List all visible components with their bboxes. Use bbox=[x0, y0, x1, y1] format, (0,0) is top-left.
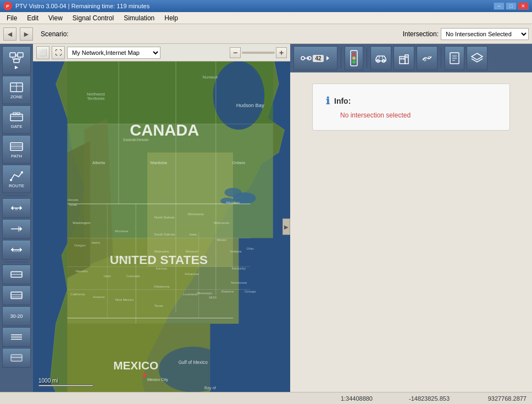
info-message: No intersection selected bbox=[340, 111, 496, 119]
svg-text:Louisiana: Louisiana bbox=[183, 292, 198, 296]
menu-help[interactable]: Help bbox=[160, 13, 182, 23]
map-layer-dropdown[interactable]: My Network,Internet Map bbox=[67, 47, 160, 59]
right-panel: 42 bbox=[290, 44, 532, 392]
sidebar-btn-b[interactable]: B bbox=[2, 198, 31, 218]
forward-button[interactable]: ► bbox=[20, 27, 33, 41]
svg-text:North Dakota: North Dakota bbox=[154, 215, 175, 219]
svg-point-49 bbox=[224, 188, 241, 197]
svg-text:Iowa: Iowa bbox=[190, 232, 197, 236]
svg-rect-40 bbox=[11, 355, 22, 361]
intersection-dropdown[interactable]: No Intersection Selected bbox=[441, 28, 529, 40]
svg-text:Alabama: Alabama bbox=[221, 290, 234, 293]
svg-text:Hudson Bay: Hudson Bay bbox=[236, 103, 264, 108]
rt-divider-2 bbox=[367, 48, 367, 68]
svg-text:Kansas: Kansas bbox=[156, 266, 168, 270]
rt-btn-car[interactable] bbox=[370, 46, 391, 70]
svg-point-121 bbox=[301, 57, 304, 60]
statusbar: 1:34408880 -14823825.853 9327768.2877 bbox=[0, 392, 532, 404]
status-y-coord: 9327768.2877 bbox=[472, 395, 527, 402]
menu-view[interactable]: View bbox=[44, 13, 67, 23]
svg-text:Ontario: Ontario bbox=[232, 160, 245, 165]
intersection-label: Intersection: bbox=[403, 30, 439, 38]
sidebar-btn-node[interactable]: 8 ▶ bbox=[2, 46, 31, 75]
rt-btn-network[interactable]: 42 bbox=[293, 46, 337, 70]
svg-text:Tennessee: Tennessee bbox=[230, 280, 247, 284]
back-button[interactable]: ◄ bbox=[3, 27, 16, 41]
zoom-controls: − + bbox=[230, 47, 287, 58]
svg-point-127 bbox=[352, 53, 356, 56]
map-tool-fullscreen[interactable]: ⛶ bbox=[52, 46, 65, 59]
close-button[interactable]: ✕ bbox=[518, 2, 529, 10]
svg-rect-11 bbox=[10, 114, 23, 121]
rt-divider-3 bbox=[441, 48, 441, 68]
sidebar-btn-arrows[interactable] bbox=[2, 219, 31, 239]
rt-btn-signal[interactable] bbox=[345, 46, 363, 70]
map-content[interactable]: CANADA UNITED STATES MEXICO Hudson Bay G… bbox=[33, 61, 290, 392]
minimize-button[interactable]: − bbox=[494, 2, 505, 10]
svg-text:Minnesota: Minnesota bbox=[188, 212, 204, 216]
svg-text:Montana: Montana bbox=[115, 229, 129, 233]
map-collapse-button[interactable]: ▶ bbox=[282, 218, 290, 235]
svg-text:Mississippi: Mississippi bbox=[197, 291, 212, 295]
svg-text:Michigan: Michigan bbox=[226, 200, 240, 204]
svg-text:Ohio: Ohio bbox=[247, 246, 254, 250]
svg-point-115 bbox=[143, 373, 146, 377]
svg-text:Nevada: Nevada bbox=[76, 269, 88, 273]
sidebar-btn-c3[interactable] bbox=[2, 327, 31, 347]
map-area[interactable]: ⬜ ⛶ My Network,Internet Map − + bbox=[33, 44, 290, 392]
menu-simulation[interactable]: Simulation bbox=[119, 13, 159, 23]
sidebar-btn-c2[interactable] bbox=[2, 285, 31, 305]
svg-text:Oklahoma: Oklahoma bbox=[154, 284, 170, 288]
sidebar-btn-c4[interactable] bbox=[2, 348, 31, 368]
info-header: ℹ Info: bbox=[326, 95, 496, 107]
svg-point-20 bbox=[21, 171, 23, 173]
zoom-in-button[interactable]: + bbox=[276, 47, 287, 58]
rt-btn-buildings[interactable] bbox=[394, 46, 414, 70]
svg-text:B: B bbox=[15, 207, 18, 211]
svg-text:Manitoba: Manitoba bbox=[151, 160, 168, 165]
rt-btn-layers[interactable] bbox=[467, 46, 487, 70]
svg-marker-145 bbox=[472, 53, 483, 60]
info-title: Info: bbox=[334, 97, 351, 105]
left-sidebar: 8 ▶ ZONE GATE bbox=[0, 44, 33, 392]
rt-btn-link[interactable] bbox=[417, 46, 437, 70]
sidebar-divider-2 bbox=[4, 262, 29, 262]
scenario-section: Scenario: bbox=[41, 30, 69, 38]
menu-file[interactable]: File bbox=[2, 13, 21, 23]
rt-btn-report[interactable] bbox=[445, 46, 464, 70]
svg-point-129 bbox=[352, 60, 356, 64]
svg-rect-137 bbox=[403, 58, 404, 59]
sidebar-btn-los[interactable]: LOS bbox=[2, 240, 31, 260]
svg-rect-136 bbox=[401, 58, 402, 59]
sidebar-btn-c1[interactable] bbox=[2, 265, 31, 284]
maximize-button[interactable]: □ bbox=[506, 2, 517, 10]
sidebar-divider-1 bbox=[4, 195, 29, 196]
sidebar-btn-3020[interactable]: 30-20 bbox=[2, 306, 31, 326]
svg-text:Missouri: Missouri bbox=[186, 249, 198, 253]
svg-marker-26 bbox=[20, 227, 22, 231]
map-tool-select[interactable]: ⬜ bbox=[36, 46, 49, 59]
svg-text:Bay of: Bay of bbox=[204, 385, 217, 390]
svg-text:Gulf of Mexico: Gulf of Mexico bbox=[179, 360, 208, 365]
sidebar-btn-zone[interactable]: ZONE bbox=[2, 76, 31, 104]
titlebar-controls[interactable]: − □ ✕ bbox=[494, 2, 529, 10]
menu-signal-control[interactable]: Signal Control bbox=[68, 13, 118, 23]
sidebar-btn-route[interactable]: ROUTE bbox=[2, 165, 31, 193]
svg-text:Nunavut: Nunavut bbox=[203, 75, 218, 80]
menu-edit[interactable]: Edit bbox=[23, 13, 43, 23]
zoom-slider[interactable] bbox=[242, 52, 275, 54]
svg-text:Arizona: Arizona bbox=[93, 295, 105, 299]
titlebar-left: P PTV Vistro 3.00-04 | Remaining time: 1… bbox=[3, 2, 149, 10]
scale-bar: 1000 mi bbox=[38, 378, 93, 386]
sidebar-btn-gate[interactable]: GATE bbox=[2, 105, 31, 134]
rt-divider-1 bbox=[341, 48, 341, 68]
svg-point-128 bbox=[352, 57, 356, 60]
scale-label: 1000 mi bbox=[38, 378, 93, 384]
svg-text:Oregon: Oregon bbox=[74, 243, 86, 247]
svg-text:California: California bbox=[70, 292, 85, 296]
svg-marker-30 bbox=[11, 248, 13, 252]
zoom-out-button[interactable]: − bbox=[230, 47, 241, 58]
sidebar-btn-path[interactable]: PATH bbox=[2, 135, 31, 164]
svg-text:LOS: LOS bbox=[14, 249, 20, 252]
svg-text:MISS: MISS bbox=[209, 296, 217, 299]
